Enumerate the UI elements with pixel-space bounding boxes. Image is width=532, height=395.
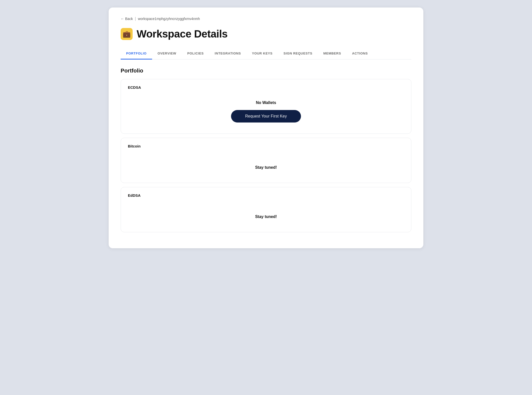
tab-policies[interactable]: POLICIES (182, 48, 209, 60)
tab-actions[interactable]: ACTIONS (346, 48, 373, 60)
tab-integrations[interactable]: INTEGRATIONS (209, 48, 247, 60)
ecdsa-card-content: No Wallets Request Your First Key (128, 96, 404, 128)
breadcrumb-separator: | (135, 16, 136, 21)
tab-your-keys[interactable]: YOUR KEYS (247, 48, 278, 60)
briefcase-icon: 💼 (123, 30, 131, 38)
bitcoin-card-content: Stay tuned! (128, 155, 404, 177)
tab-members[interactable]: MEMBERS (318, 48, 346, 60)
back-button[interactable]: ← Back (121, 17, 133, 21)
eddsa-card-content: Stay tuned! (128, 204, 404, 226)
breadcrumb-workspace-id: workspace1mphgzyhncnzyggfxmv4nmh (138, 17, 200, 21)
tab-overview[interactable]: OVERVIEW (152, 48, 182, 60)
portfolio-section-title: Portfolio (121, 68, 411, 74)
page-title-row: 💼 Workspace Details (121, 28, 411, 40)
eddsa-card: EdDSA Stay tuned! (121, 187, 411, 232)
bitcoin-card-label: Bitcoin (128, 144, 404, 148)
bitcoin-stay-tuned: Stay tuned! (255, 159, 277, 172)
bitcoin-card: Bitcoin Stay tuned! (121, 138, 411, 183)
eddsa-stay-tuned: Stay tuned! (255, 208, 277, 221)
tab-portfolio[interactable]: PORTFOLIO (121, 48, 152, 60)
tab-sign-requests[interactable]: SIGN REQUESTS (278, 48, 318, 60)
ecdsa-card-label: ECDSA (128, 85, 404, 90)
portfolio-section: Portfolio ECDSA No Wallets Request Your … (121, 68, 411, 232)
workspace-icon: 💼 (121, 28, 133, 40)
request-first-key-button[interactable]: Request Your First Key (231, 110, 301, 122)
main-card: ← Back | workspace1mphgzyhncnzyggfxmv4nm… (109, 8, 423, 248)
ecdsa-empty-message: No Wallets (256, 100, 276, 105)
breadcrumb: ← Back | workspace1mphgzyhncnzyggfxmv4nm… (121, 16, 411, 21)
tabs-bar: PORTFOLIO OVERVIEW POLICIES INTEGRATIONS… (121, 48, 411, 60)
ecdsa-card: ECDSA No Wallets Request Your First Key (121, 79, 411, 134)
eddsa-card-label: EdDSA (128, 193, 404, 198)
page-title: Workspace Details (137, 28, 228, 40)
